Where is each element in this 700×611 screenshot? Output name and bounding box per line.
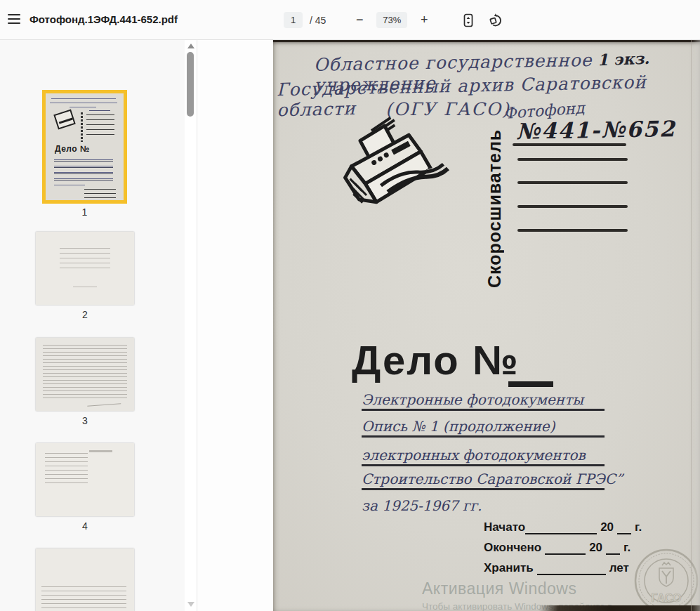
mini-binder-text — [81, 112, 83, 142]
archive-stamp: ГАСО — [633, 547, 700, 611]
form-row-started: Начато 20 г. — [484, 520, 645, 534]
case-line-2: Опись № 1 (продолжение) — [362, 418, 605, 438]
fond-rule-5 — [517, 229, 628, 232]
started-year-prefix: 20 — [600, 520, 614, 534]
form-row-keep: Хранить лет — [484, 561, 645, 575]
case-title: Дело № — [352, 336, 520, 383]
sidebar-scroll-down-arrow[interactable] — [187, 602, 194, 607]
fond-rule-3 — [517, 181, 628, 184]
keep-suffix: лет — [609, 561, 629, 575]
zoom-level-input[interactable]: 73% — [376, 12, 407, 28]
pdf-viewer-window: Фотофонд.1ЭФД.441-652.pdf 1 / 45 − 73% + — [0, 0, 700, 611]
form-row-finished: Окончено 20 г. — [484, 541, 645, 555]
fit-to-page-icon[interactable] — [458, 10, 479, 31]
thumbnail-image-1[interactable]: Дело № — [42, 90, 127, 204]
page-count-label: / 45 — [310, 15, 326, 26]
thumbnail-page-1[interactable]: Дело № 1 — [42, 90, 127, 204]
fond-rule-2 — [517, 158, 628, 161]
stamp-text: ГАСО — [652, 592, 682, 604]
case-line-5: за 1925-1967 гг. — [362, 497, 605, 515]
thumbnail-page-3[interactable]: 3 — [36, 338, 134, 411]
finished-year-prefix: 20 — [589, 541, 602, 555]
mini-case-title: Дело № — [55, 144, 90, 154]
started-label: Начато — [484, 520, 525, 534]
binder-vertical-label: Скоросшиватель — [484, 124, 508, 293]
started-year-suffix: г. — [635, 520, 642, 534]
thumbnail-label-1: 1 — [42, 206, 127, 218]
case-line-4: Строительство Саратовской ГРЭС” — [362, 471, 605, 490]
keep-label: Хранить — [484, 561, 534, 575]
menu-icon[interactable] — [8, 14, 20, 25]
toolbar-center-controls: 1 / 45 − 73% + — [284, 0, 507, 40]
thumbnail-label-4: 4 — [36, 520, 134, 532]
thumbnail-label-2: 2 — [36, 309, 134, 320]
rotate-icon[interactable] — [486, 10, 507, 31]
windows-activation-watermark: Активация Windows — [422, 579, 576, 598]
document-title: Фотофонд.1ЭФД.441-652.pdf — [29, 13, 178, 25]
page-number-input[interactable]: 1 — [284, 12, 303, 28]
thumbnail-image-2[interactable] — [36, 232, 134, 305]
thumbnail-image-3[interactable] — [36, 338, 134, 411]
thumbnail-image-5[interactable] — [36, 548, 134, 611]
case-number-blank — [508, 381, 553, 387]
scan-edge-shadow — [539, 605, 700, 611]
thumbnail-label-3: 3 — [36, 415, 134, 426]
thumbnail-image-4[interactable] — [36, 443, 134, 516]
sidebar-scrollbar-track[interactable] — [185, 40, 196, 611]
finished-year-suffix: г. — [623, 541, 630, 555]
toolbar: Фотофонд.1ЭФД.441-652.pdf 1 / 45 − 73% + — [0, 0, 700, 40]
copies-note: 1 экз. — [597, 49, 650, 70]
case-line-3: электронных фотодокументов — [362, 447, 605, 466]
thumbnail-page-2[interactable]: 2 — [36, 232, 134, 305]
scanned-page: Областное государственное учреждение 1 э… — [273, 40, 700, 611]
fond-numbers: №441-№652 — [516, 116, 676, 144]
thumbnail-panel: Дело № 1 2 3 4 5 — [0, 40, 198, 611]
sidebar-scrollbar-thumb[interactable] — [187, 52, 194, 117]
fond-rule-1 — [513, 143, 626, 146]
case-line-1: Электронные фотодокументы — [362, 391, 605, 411]
form-block: Начато 20 г. Окончено 20 г. Хранить лет — [484, 520, 645, 582]
fond-rule-4 — [517, 205, 628, 208]
thumbnail-page-4[interactable]: 4 — [36, 443, 134, 516]
zoom-in-button[interactable]: + — [414, 11, 434, 30]
mini-printer-art — [53, 110, 76, 130]
page-right-edge — [691, 40, 700, 611]
thumbnail-page-5[interactable]: 5 — [36, 548, 134, 611]
printer-clipart — [332, 116, 455, 228]
sidebar-scroll-up-arrow[interactable] — [187, 44, 194, 48]
finished-label: Окончено — [484, 541, 541, 555]
zoom-out-button[interactable]: − — [350, 11, 369, 30]
